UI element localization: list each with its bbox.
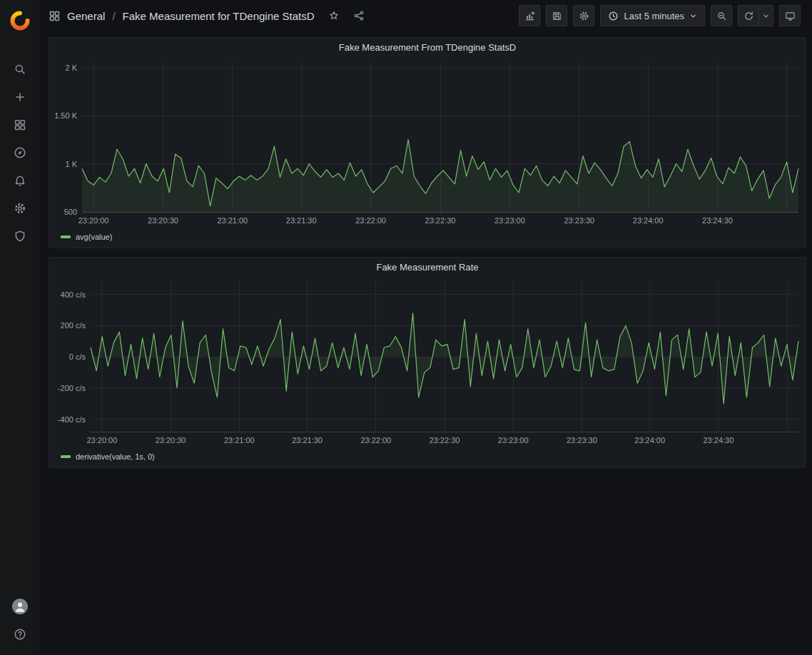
- share-dashboard-button[interactable]: [353, 10, 365, 21]
- panel-title[interactable]: Fake Measurement Rate: [49, 258, 806, 276]
- person-icon: [12, 599, 28, 614]
- svg-text:23:22:00: 23:22:00: [360, 436, 391, 445]
- sidebar-item-dashboards[interactable]: [0, 111, 39, 138]
- svg-text:2 K: 2 K: [65, 64, 77, 72]
- legend-swatch: [61, 455, 71, 458]
- plus-icon: [14, 91, 26, 103]
- kiosk-mode-button[interactable]: [779, 5, 801, 26]
- zoom-out-time-button[interactable]: [711, 5, 732, 26]
- save-icon: [552, 11, 562, 21]
- legend-swatch: [61, 235, 71, 238]
- svg-text:23:21:00: 23:21:00: [224, 436, 255, 445]
- sidebar-item-configuration[interactable]: [0, 194, 39, 222]
- tv-icon: [785, 11, 796, 21]
- user-profile-button[interactable]: [0, 592, 39, 620]
- breadcrumb-separator: /: [111, 10, 116, 22]
- svg-text:23:22:00: 23:22:00: [355, 216, 386, 225]
- svg-text:23:21:30: 23:21:30: [286, 216, 317, 225]
- refresh-interval-dropdown[interactable]: [759, 5, 773, 26]
- main-column: General / Fake Measurement for TDengine …: [39, 0, 812, 655]
- help-button[interactable]: [0, 620, 39, 648]
- sidebar-item-server-admin[interactable]: [0, 222, 39, 250]
- svg-text:200 c/s: 200 c/s: [61, 321, 86, 330]
- svg-text:500: 500: [64, 208, 77, 216]
- time-range-label: Last 5 minutes: [624, 11, 684, 21]
- grafana-logo[interactable]: [0, 6, 39, 35]
- add-panel-button[interactable]: [519, 5, 540, 26]
- zoom-out-icon: [716, 11, 727, 21]
- svg-text:23:20:00: 23:20:00: [78, 216, 109, 225]
- add-panel-icon: [524, 11, 535, 21]
- gear-icon: [579, 11, 589, 21]
- legend-item[interactable]: derivative(value, 1s, 0): [49, 450, 806, 467]
- svg-text:23:20:30: 23:20:30: [156, 436, 186, 445]
- gear-icon: [14, 202, 26, 215]
- sidebar-item-search[interactable]: [0, 55, 39, 83]
- svg-text:23:22:30: 23:22:30: [425, 216, 456, 225]
- svg-text:23:23:00: 23:23:00: [494, 216, 525, 225]
- clock-icon: [608, 11, 619, 21]
- dashboard-header: General / Fake Measurement for TDengine …: [39, 0, 812, 31]
- grafana-flame-icon: [10, 11, 30, 31]
- save-dashboard-button[interactable]: [546, 5, 567, 26]
- svg-text:400 c/s: 400 c/s: [61, 290, 86, 299]
- svg-text:1.50 K: 1.50 K: [54, 111, 77, 120]
- svg-text:23:20:30: 23:20:30: [148, 216, 178, 225]
- timeseries-chart-canvas[interactable]: 2 K1.50 K1 K50023:20:0023:20:3023:21:002…: [49, 56, 806, 230]
- sidebar-item-alerting[interactable]: [0, 166, 39, 194]
- star-icon: [328, 10, 340, 21]
- share-icon: [353, 10, 365, 21]
- svg-text:23:24:30: 23:24:30: [702, 216, 733, 225]
- time-range-picker[interactable]: Last 5 minutes: [600, 5, 705, 26]
- svg-text:-400 c/s: -400 c/s: [58, 415, 86, 424]
- apps-grid-icon: [14, 118, 26, 131]
- shield-icon: [14, 230, 26, 243]
- legend-label: avg(value): [76, 233, 112, 241]
- sidebar-nav: [0, 55, 39, 250]
- svg-text:23:20:00: 23:20:00: [86, 436, 117, 445]
- svg-text:23:21:30: 23:21:30: [292, 436, 323, 445]
- dashboards-grid-icon: [49, 10, 61, 22]
- svg-text:23:23:30: 23:23:30: [567, 436, 597, 445]
- svg-text:23:24:00: 23:24:00: [633, 216, 664, 225]
- sidebar-item-explore[interactable]: [0, 138, 39, 166]
- svg-text:23:24:00: 23:24:00: [634, 436, 665, 445]
- star-dashboard-button[interactable]: [328, 10, 340, 21]
- refresh-split-button: [738, 5, 773, 26]
- bell-icon: [14, 174, 26, 187]
- sidebar-bottom: [0, 592, 39, 648]
- refresh-dashboard-button[interactable]: [738, 5, 759, 26]
- compass-icon: [14, 146, 26, 159]
- svg-text:23:24:30: 23:24:30: [703, 436, 734, 445]
- svg-text:23:23:00: 23:23:00: [498, 436, 529, 445]
- svg-text:23:21:00: 23:21:00: [217, 216, 248, 225]
- svg-text:0 c/s: 0 c/s: [69, 352, 86, 361]
- breadcrumb-folder[interactable]: General: [67, 10, 105, 22]
- breadcrumb-dashboard-title[interactable]: Fake Measurement for TDengine StatsD: [123, 10, 315, 22]
- svg-text:-200 c/s: -200 c/s: [58, 384, 86, 392]
- sidebar-item-create[interactable]: [0, 83, 39, 111]
- chevron-down-icon: [762, 12, 770, 20]
- legend-item[interactable]: avg(value): [49, 230, 806, 248]
- panel-title[interactable]: Fake Measurement From TDengine StatsD: [49, 38, 806, 56]
- refresh-icon: [744, 11, 754, 21]
- svg-text:1 K: 1 K: [65, 160, 77, 168]
- timeseries-chart-canvas[interactable]: 400 c/s200 c/s0 c/s-200 c/s-400 c/s23:20…: [49, 276, 806, 450]
- panel-fake-measurement-rate: Fake Measurement Rate 400 c/s200 c/s0 c/…: [49, 257, 806, 468]
- question-circle-icon: [14, 628, 26, 641]
- svg-text:23:23:30: 23:23:30: [564, 216, 594, 225]
- chevron-down-icon: [689, 12, 697, 20]
- panel-fake-measurement: Fake Measurement From TDengine StatsD 2 …: [49, 37, 806, 248]
- svg-text:23:22:30: 23:22:30: [430, 436, 460, 445]
- legend-label: derivative(value, 1s, 0): [76, 452, 155, 461]
- breadcrumb: General / Fake Measurement for TDengine …: [49, 10, 365, 22]
- avatar: [12, 599, 28, 614]
- dashboard-grid: Fake Measurement From TDengine StatsD 2 …: [39, 31, 812, 655]
- search-icon: [14, 63, 26, 76]
- sidebar: [0, 0, 39, 655]
- dashboard-toolbar: Last 5 minutes: [519, 5, 801, 26]
- dashboard-settings-button[interactable]: [573, 5, 594, 26]
